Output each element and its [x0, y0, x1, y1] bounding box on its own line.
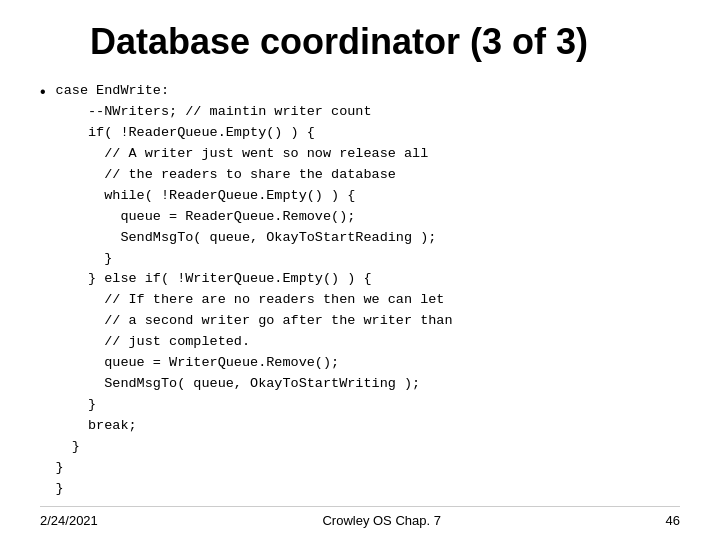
code-block: case EndWrite: --NWriters; // maintin wr…: [56, 81, 680, 499]
footer-date: 2/24/2021: [40, 513, 98, 528]
footer: 2/24/2021 Crowley OS Chap. 7 46: [40, 506, 680, 528]
footer-center: Crowley OS Chap. 7: [322, 513, 441, 528]
slide: Database coordinator (3 of 3) • case End…: [0, 0, 720, 540]
footer-page: 46: [666, 513, 680, 528]
slide-title: Database coordinator (3 of 3): [90, 20, 680, 63]
content-area: • case EndWrite: --NWriters; // maintin …: [40, 81, 680, 499]
bullet-dot: •: [40, 83, 46, 499]
